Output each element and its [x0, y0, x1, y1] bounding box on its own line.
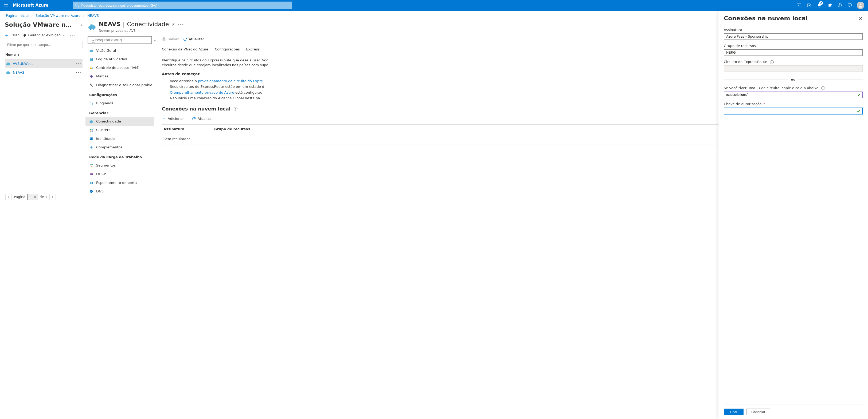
top-icons: 2 [794, 0, 866, 11]
pager-page-select[interactable]: 1 [28, 194, 37, 200]
tab-vnet-connection[interactable]: Conexão da VNet do Azure [162, 45, 208, 54]
nav-overview[interactable]: Visão Geral [86, 46, 154, 55]
list-item[interactable]: AVSUKWest ··· [5, 60, 83, 68]
intro-text-2: circuitos desde que estejam localizados … [162, 63, 333, 67]
intro-text-1: Identifique os circuitos do ExpressRoute… [162, 58, 333, 63]
pin-button[interactable]: 📌︎ [171, 22, 175, 27]
list-item[interactable]: NEAVS ··· [5, 68, 83, 77]
row-actions-button[interactable]: ··· [76, 61, 82, 66]
brand-label[interactable]: Microsoft Azure [12, 3, 52, 8]
nav-dns[interactable]: DNS [86, 187, 154, 196]
circuit-dropdown[interactable]: ⌄ [724, 65, 863, 72]
resource-group-dropdown[interactable]: NERG ⌄ [724, 50, 863, 56]
list-header[interactable]: Nome ↑ [5, 51, 83, 60]
more-actions-button[interactable]: ··· [69, 33, 76, 38]
feedback-button[interactable] [845, 0, 855, 11]
create-button[interactable]: + Criar [5, 33, 19, 38]
settings-button[interactable] [825, 0, 834, 11]
info-icon[interactable]: i [770, 60, 774, 64]
hamburger-menu-button[interactable] [2, 2, 10, 9]
pager-prefix: Página [14, 195, 25, 199]
valid-check-icon [857, 93, 861, 97]
collapse-pane-button[interactable]: « [81, 23, 83, 27]
save-label: Salvar [168, 37, 179, 42]
save-button[interactable]: Salvar [162, 37, 179, 42]
segments-icon [89, 163, 93, 168]
col-subscription[interactable]: Assinatura [163, 127, 214, 132]
flyout-title: Conexões na nuvem local [724, 14, 858, 23]
breadcrumb-home[interactable]: Página Inicial [6, 13, 29, 18]
user-avatar[interactable] [857, 2, 864, 9]
nav-access-control[interactable]: Controle de acesso (IAM) [86, 64, 154, 72]
refresh-button[interactable]: Atualizar [183, 37, 204, 42]
required-star: * [763, 102, 765, 106]
section-title: Conexões na nuvem local [162, 105, 230, 112]
help-button[interactable] [835, 0, 844, 11]
tab-expressroute[interactable]: Express [246, 45, 259, 54]
notification-badge: 2 [819, 1, 823, 5]
search-icon [91, 40, 95, 43]
breadcrumb-sep: › [32, 13, 33, 18]
info-icon[interactable]: i [234, 107, 238, 110]
nav-dhcp[interactable]: DHCP [86, 170, 154, 178]
info-icon[interactable]: i [821, 86, 825, 90]
gear-icon [23, 33, 26, 37]
nav-identity[interactable]: Identidade [86, 134, 154, 143]
nav-clusters[interactable]: Clusters [86, 126, 154, 134]
link-private-peering[interactable]: O emparelhamento privado do Azure [170, 91, 234, 94]
filter-input[interactable] [5, 41, 83, 48]
auth-key-input[interactable] [726, 109, 857, 113]
nav-diagnose[interactable]: Diagnosticar e solucionar proble... [86, 81, 154, 89]
pager-prev-button[interactable]: ‹ [5, 194, 12, 200]
subscription-value: Azure Pass – Sponsorship [726, 34, 858, 39]
subscription-dropdown[interactable]: Azure Pass – Sponsorship ⌄ [724, 33, 863, 40]
nav-port-mirroring[interactable]: Espelhamento de porta [86, 179, 154, 187]
directories-button[interactable] [804, 0, 814, 11]
nav-activity-log[interactable]: Log de atividades [86, 55, 154, 64]
col-resource-group[interactable]: Grupo de recursos [214, 127, 250, 132]
create-label: Criar [10, 33, 19, 38]
connection-flyout: Conexões na nuvem local ✕ Assinatura Azu… [718, 11, 868, 202]
private-cloud-icon [6, 61, 11, 66]
refresh-connections-button[interactable]: Atualizar [192, 116, 213, 121]
breadcrumb-service[interactable]: Solução VMware no Azure [35, 13, 81, 18]
chevron-down-icon: ⌄ [858, 51, 860, 55]
global-search-wrap [73, 2, 792, 9]
breadcrumb-resource[interactable]: NEAVS [87, 13, 99, 18]
global-search-input[interactable] [73, 2, 292, 9]
svg-point-27 [860, 3, 862, 5]
refresh-icon [192, 117, 196, 121]
manage-view-button[interactable]: Gerenciar exibição ⌄ [23, 33, 65, 38]
nav-segments[interactable]: Segmentos [86, 161, 154, 170]
pager-next-button[interactable]: › [50, 194, 56, 200]
overview-icon [89, 49, 93, 53]
resource-subtitle: Nuvem privada da AVS [99, 29, 185, 33]
menu-search-input[interactable] [88, 36, 152, 44]
cloud-shell-button[interactable] [794, 0, 804, 11]
nav-addons[interactable]: Complementos [86, 143, 154, 152]
user-icon [858, 3, 863, 8]
circuit-id-label: Se você tiver uma ID de circuito, copie … [724, 86, 818, 90]
refresh-icon [183, 37, 187, 41]
chevron-down-icon: ⌄ [858, 67, 860, 70]
link-provisioning[interactable]: provisionamento de circuito do Expre [198, 79, 263, 83]
nav-tags[interactable]: Marcas [86, 72, 154, 80]
close-flyout-button[interactable]: ✕ [858, 16, 863, 21]
resource-name: AVSUKWest [13, 61, 74, 66]
tab-settings[interactable]: Configurações [215, 45, 240, 54]
resource-menu: « Visão Geral Log de atividades Controle… [86, 34, 154, 202]
notifications-button[interactable]: 2 [814, 0, 824, 11]
add-connection-button[interactable]: Adicionar [162, 116, 184, 121]
save-icon [162, 37, 166, 41]
pager: ‹ Página 1 de 1 › [5, 191, 83, 202]
private-cloud-icon [88, 23, 96, 31]
sort-arrow-up-icon: ↑ [18, 53, 20, 57]
circuit-id-input[interactable] [726, 93, 857, 97]
nav-locks[interactable]: Bloqueios [86, 99, 154, 107]
row-actions-button[interactable]: ··· [76, 70, 82, 75]
more-commands-button[interactable]: ··· [177, 22, 185, 27]
nav-connectivity[interactable]: Conectividade [86, 117, 154, 126]
people-icon [89, 66, 93, 70]
dns-icon [89, 189, 93, 193]
pager-suffix: de 1 [39, 195, 47, 199]
